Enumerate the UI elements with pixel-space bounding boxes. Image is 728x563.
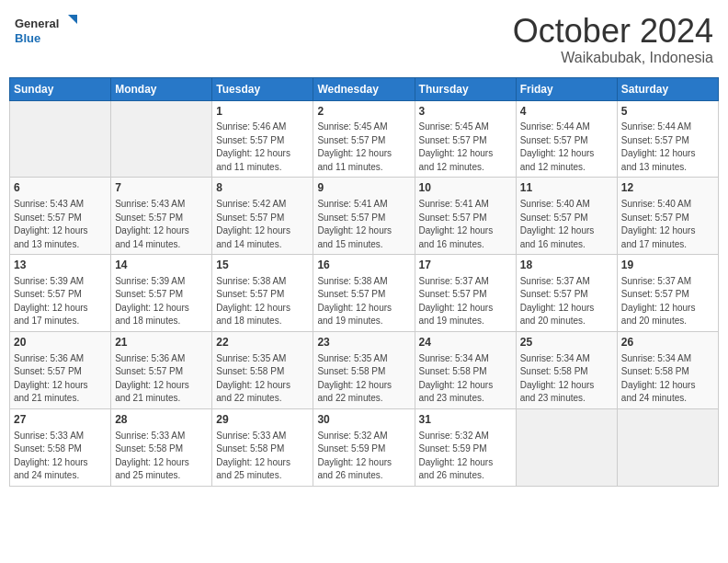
week-row-5: 27Sunrise: 5:33 AM Sunset: 5:58 PM Dayli…	[10, 408, 719, 486]
calendar-cell: 17Sunrise: 5:37 AM Sunset: 5:57 PM Dayli…	[415, 255, 516, 332]
calendar-cell: 9Sunrise: 5:41 AM Sunset: 5:57 PM Daylig…	[313, 178, 415, 255]
day-number: 2	[317, 104, 410, 120]
day-number: 26	[621, 335, 714, 350]
day-number: 31	[419, 412, 512, 428]
calendar-cell: 5Sunrise: 5:44 AM Sunset: 5:57 PM Daylig…	[617, 100, 718, 178]
weekday-header-row: SundayMondayTuesdayWednesdayThursdayFrid…	[10, 77, 719, 100]
calendar-cell: 11Sunrise: 5:40 AM Sunset: 5:57 PM Dayli…	[516, 178, 617, 255]
calendar-cell: 13Sunrise: 5:39 AM Sunset: 5:57 PM Dayli…	[10, 255, 111, 332]
day-number: 7	[115, 180, 208, 196]
calendar-cell: 8Sunrise: 5:42 AM Sunset: 5:57 PM Daylig…	[212, 178, 313, 255]
day-info: Sunrise: 5:36 AM Sunset: 5:57 PM Dayligh…	[14, 352, 107, 406]
calendar-cell: 31Sunrise: 5:32 AM Sunset: 5:59 PM Dayli…	[415, 408, 516, 486]
day-info: Sunrise: 5:40 AM Sunset: 5:57 PM Dayligh…	[621, 198, 714, 251]
location-title: Waikabubak, Indonesia	[513, 50, 713, 66]
calendar-cell: 16Sunrise: 5:38 AM Sunset: 5:57 PM Dayli…	[313, 255, 415, 332]
week-row-1: 1Sunrise: 5:46 AM Sunset: 5:57 PM Daylig…	[10, 100, 719, 178]
day-number: 16	[317, 258, 410, 273]
calendar-cell: 23Sunrise: 5:35 AM Sunset: 5:58 PM Dayli…	[313, 331, 415, 408]
calendar-cell: 26Sunrise: 5:34 AM Sunset: 5:58 PM Dayli…	[617, 331, 718, 408]
calendar-cell: 21Sunrise: 5:36 AM Sunset: 5:57 PM Dayli…	[111, 331, 212, 408]
calendar-cell: 2Sunrise: 5:45 AM Sunset: 5:57 PM Daylig…	[313, 100, 415, 178]
calendar-cell	[111, 100, 212, 178]
day-info: Sunrise: 5:46 AM Sunset: 5:57 PM Dayligh…	[216, 121, 309, 174]
day-info: Sunrise: 5:32 AM Sunset: 5:59 PM Dayligh…	[317, 430, 410, 483]
day-info: Sunrise: 5:45 AM Sunset: 5:57 PM Dayligh…	[419, 121, 512, 174]
calendar-cell: 14Sunrise: 5:39 AM Sunset: 5:57 PM Dayli…	[111, 255, 212, 332]
day-info: Sunrise: 5:42 AM Sunset: 5:57 PM Dayligh…	[216, 198, 309, 251]
calendar-cell	[516, 408, 617, 486]
calendar-cell: 20Sunrise: 5:36 AM Sunset: 5:57 PM Dayli…	[10, 331, 111, 408]
day-info: Sunrise: 5:41 AM Sunset: 5:57 PM Dayligh…	[419, 198, 512, 251]
page-header: General Blue October 2024 Waikabubak, In…	[9, 9, 719, 70]
day-number: 29	[216, 412, 309, 428]
day-number: 10	[419, 180, 512, 196]
calendar-cell: 10Sunrise: 5:41 AM Sunset: 5:57 PM Dayli…	[415, 178, 516, 255]
day-number: 14	[115, 258, 208, 273]
day-number: 24	[419, 335, 512, 350]
week-row-2: 6Sunrise: 5:43 AM Sunset: 5:57 PM Daylig…	[10, 178, 719, 255]
day-info: Sunrise: 5:35 AM Sunset: 5:58 PM Dayligh…	[216, 352, 309, 406]
day-info: Sunrise: 5:40 AM Sunset: 5:57 PM Dayligh…	[520, 198, 613, 251]
day-info: Sunrise: 5:43 AM Sunset: 5:57 PM Dayligh…	[14, 198, 107, 251]
day-info: Sunrise: 5:39 AM Sunset: 5:57 PM Dayligh…	[115, 275, 208, 328]
calendar-cell: 7Sunrise: 5:43 AM Sunset: 5:57 PM Daylig…	[111, 178, 212, 255]
day-info: Sunrise: 5:37 AM Sunset: 5:57 PM Dayligh…	[520, 275, 613, 328]
day-info: Sunrise: 5:32 AM Sunset: 5:59 PM Dayligh…	[419, 430, 512, 483]
svg-text:General: General	[15, 17, 59, 30]
svg-marker-2	[68, 15, 77, 24]
weekday-header-wednesday: Wednesday	[313, 77, 415, 100]
calendar-cell: 27Sunrise: 5:33 AM Sunset: 5:58 PM Dayli…	[10, 408, 111, 486]
calendar-cell: 6Sunrise: 5:43 AM Sunset: 5:57 PM Daylig…	[10, 178, 111, 255]
day-info: Sunrise: 5:37 AM Sunset: 5:57 PM Dayligh…	[419, 275, 512, 328]
day-info: Sunrise: 5:35 AM Sunset: 5:58 PM Dayligh…	[317, 352, 410, 406]
week-row-4: 20Sunrise: 5:36 AM Sunset: 5:57 PM Dayli…	[10, 331, 719, 408]
calendar-cell: 12Sunrise: 5:40 AM Sunset: 5:57 PM Dayli…	[617, 178, 718, 255]
day-number: 25	[520, 335, 613, 350]
calendar-table: SundayMondayTuesdayWednesdayThursdayFrid…	[9, 77, 719, 487]
day-number: 23	[317, 335, 410, 350]
calendar-cell: 15Sunrise: 5:38 AM Sunset: 5:57 PM Dayli…	[212, 255, 313, 332]
logo: General Blue	[15, 13, 79, 46]
calendar-cell: 19Sunrise: 5:37 AM Sunset: 5:57 PM Dayli…	[617, 255, 718, 332]
day-number: 19	[621, 258, 714, 273]
weekday-header-thursday: Thursday	[415, 77, 516, 100]
month-title: October 2024	[513, 13, 713, 50]
day-info: Sunrise: 5:36 AM Sunset: 5:57 PM Dayligh…	[115, 352, 208, 406]
day-info: Sunrise: 5:34 AM Sunset: 5:58 PM Dayligh…	[419, 352, 512, 406]
calendar-cell: 18Sunrise: 5:37 AM Sunset: 5:57 PM Dayli…	[516, 255, 617, 332]
day-info: Sunrise: 5:41 AM Sunset: 5:57 PM Dayligh…	[317, 198, 410, 251]
day-number: 20	[14, 335, 107, 350]
weekday-header-tuesday: Tuesday	[212, 77, 313, 100]
day-number: 13	[14, 258, 107, 273]
calendar-cell: 30Sunrise: 5:32 AM Sunset: 5:59 PM Dayli…	[313, 408, 415, 486]
day-number: 18	[520, 258, 613, 273]
day-info: Sunrise: 5:33 AM Sunset: 5:58 PM Dayligh…	[115, 430, 208, 483]
day-info: Sunrise: 5:34 AM Sunset: 5:58 PM Dayligh…	[520, 352, 613, 406]
logo-svg: General Blue	[15, 13, 79, 46]
weekday-header-sunday: Sunday	[10, 77, 111, 100]
day-number: 11	[520, 180, 613, 196]
day-number: 22	[216, 335, 309, 350]
day-info: Sunrise: 5:38 AM Sunset: 5:57 PM Dayligh…	[216, 275, 309, 328]
day-number: 5	[621, 104, 714, 120]
day-info: Sunrise: 5:45 AM Sunset: 5:57 PM Dayligh…	[317, 121, 410, 174]
day-info: Sunrise: 5:34 AM Sunset: 5:58 PM Dayligh…	[621, 352, 714, 406]
calendar-cell: 1Sunrise: 5:46 AM Sunset: 5:57 PM Daylig…	[212, 100, 313, 178]
day-info: Sunrise: 5:43 AM Sunset: 5:57 PM Dayligh…	[115, 198, 208, 251]
svg-text:Blue: Blue	[15, 31, 40, 45]
weekday-header-monday: Monday	[111, 77, 212, 100]
day-info: Sunrise: 5:33 AM Sunset: 5:58 PM Dayligh…	[14, 430, 107, 483]
calendar-cell: 24Sunrise: 5:34 AM Sunset: 5:58 PM Dayli…	[415, 331, 516, 408]
day-number: 21	[115, 335, 208, 350]
day-number: 15	[216, 258, 309, 273]
weekday-header-saturday: Saturday	[617, 77, 718, 100]
day-info: Sunrise: 5:44 AM Sunset: 5:57 PM Dayligh…	[520, 121, 613, 174]
calendar-cell: 3Sunrise: 5:45 AM Sunset: 5:57 PM Daylig…	[415, 100, 516, 178]
day-number: 8	[216, 180, 309, 196]
day-number: 17	[419, 258, 512, 273]
day-info: Sunrise: 5:33 AM Sunset: 5:58 PM Dayligh…	[216, 430, 309, 483]
week-row-3: 13Sunrise: 5:39 AM Sunset: 5:57 PM Dayli…	[10, 255, 719, 332]
calendar-cell: 22Sunrise: 5:35 AM Sunset: 5:58 PM Dayli…	[212, 331, 313, 408]
day-number: 30	[317, 412, 410, 428]
